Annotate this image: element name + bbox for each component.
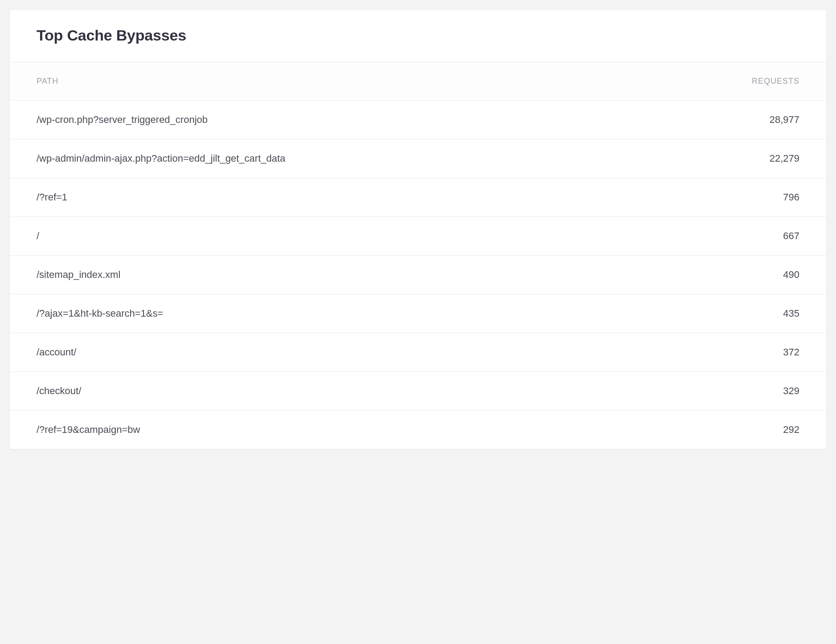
card-header: Top Cache Bypasses xyxy=(10,10,826,62)
path-cell: /wp-cron.php?server_triggered_cronjob xyxy=(37,114,208,126)
path-cell: /?ref=19&campaign=bw xyxy=(37,424,140,436)
table-row: /account/ 372 xyxy=(10,333,826,372)
path-cell: /?ajax=1&ht-kb-search=1&s= xyxy=(37,308,163,319)
table-row: /?ajax=1&ht-kb-search=1&s= 435 xyxy=(10,294,826,333)
table-row: /?ref=1 796 xyxy=(10,178,826,217)
requests-cell: 667 xyxy=(783,230,799,242)
column-header-path: PATH xyxy=(37,77,58,86)
column-header-requests: REQUESTS xyxy=(752,77,799,86)
path-cell: /sitemap_index.xml xyxy=(37,269,120,281)
table-row: /?ref=19&campaign=bw 292 xyxy=(10,411,826,449)
requests-cell: 490 xyxy=(783,269,799,281)
table-row: /checkout/ 329 xyxy=(10,372,826,411)
top-cache-bypasses-card: Top Cache Bypasses PATH REQUESTS /wp-cro… xyxy=(10,10,826,449)
requests-cell: 329 xyxy=(783,385,799,397)
table-header: PATH REQUESTS xyxy=(10,62,826,101)
table-body: /wp-cron.php?server_triggered_cronjob 28… xyxy=(10,101,826,449)
requests-cell: 22,279 xyxy=(770,153,799,164)
path-cell: /account/ xyxy=(37,346,76,358)
requests-cell: 435 xyxy=(783,308,799,319)
requests-cell: 372 xyxy=(783,346,799,358)
path-cell: /?ref=1 xyxy=(37,192,67,203)
path-cell: /wp-admin/admin-ajax.php?action=edd_jilt… xyxy=(37,153,285,164)
requests-cell: 28,977 xyxy=(770,114,799,126)
path-cell: / xyxy=(37,230,39,242)
table-row: /wp-cron.php?server_triggered_cronjob 28… xyxy=(10,101,826,139)
table-row: /wp-admin/admin-ajax.php?action=edd_jilt… xyxy=(10,139,826,178)
table-row: /sitemap_index.xml 490 xyxy=(10,256,826,294)
table-row: / 667 xyxy=(10,217,826,256)
path-cell: /checkout/ xyxy=(37,385,81,397)
requests-cell: 796 xyxy=(783,192,799,203)
requests-cell: 292 xyxy=(783,424,799,436)
card-title: Top Cache Bypasses xyxy=(37,27,799,44)
